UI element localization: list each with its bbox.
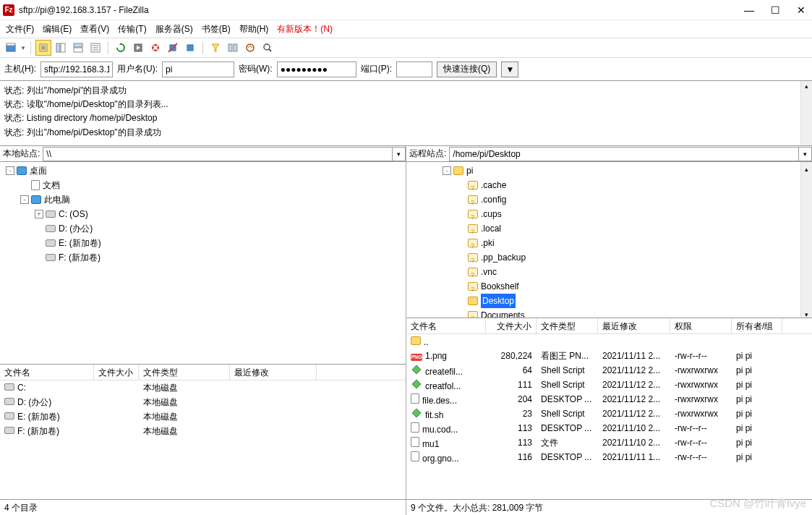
col-perm[interactable]: 权限 [670, 318, 732, 333]
col-own[interactable]: 所有者/组 [732, 318, 782, 333]
tree-item[interactable]: Bookshelf [406, 279, 812, 294]
quickconnect-dropdown[interactable]: ▼ [501, 61, 518, 77]
list-item[interactable]: .. [406, 334, 812, 349]
toggle-local-tree-button[interactable] [53, 40, 69, 56]
dropdown-icon[interactable]: ▼ [20, 45, 26, 51]
close-button[interactable]: ✕ [796, 5, 806, 15]
tree-item[interactable]: Desktop [406, 294, 812, 308]
list-item[interactable]: F: (新加卷)本地磁盘 [0, 424, 406, 438]
col-name[interactable]: 文件名 [406, 318, 486, 333]
tree-item[interactable]: -桌面 [0, 163, 406, 178]
tree-label: C: (OS) [59, 207, 88, 221]
menu-transfer[interactable]: 传输(T) [118, 23, 146, 35]
reconnect-button[interactable] [182, 40, 198, 56]
tree-item[interactable]: .cups [406, 207, 812, 221]
list-item[interactable]: D: (办公)本地磁盘 [0, 395, 406, 409]
col-size[interactable]: 文件大小 [486, 318, 537, 333]
tree-label: E: (新加卷) [59, 236, 101, 250]
list-item[interactable]: creatfol...111Shell Script2021/11/12 2..… [406, 378, 812, 392]
local-file-list[interactable]: C:本地磁盘D: (办公)本地磁盘E: (新加卷)本地磁盘F: (新加卷)本地磁… [0, 380, 406, 499]
pass-input[interactable] [277, 61, 356, 77]
titlebar: Fz sftp://pi@192.168.3.157 - FileZilla —… [0, 0, 812, 20]
maximize-button[interactable]: ☐ [770, 5, 780, 15]
toggle-log-button[interactable] [35, 40, 51, 56]
remote-path-input[interactable] [449, 147, 799, 161]
menu-view[interactable]: 查看(V) [80, 23, 109, 35]
menu-help[interactable]: 帮助(H) [239, 23, 269, 35]
list-item[interactable]: PNG1.png280,224看图王 PN...2021/11/11 2...-… [406, 349, 812, 363]
menu-bookmarks[interactable]: 书签(B) [202, 23, 231, 35]
tree-item[interactable]: .local [406, 221, 812, 236]
remote-file-list[interactable]: ..PNG1.png280,224看图王 PN...2021/11/11 2..… [406, 334, 812, 499]
tree-item[interactable]: D: (办公) [0, 221, 406, 236]
menu-file[interactable]: 文件(F) [6, 23, 34, 35]
menu-edit[interactable]: 编辑(E) [43, 23, 72, 35]
window-title: sftp://pi@192.168.3.157 - FileZilla [19, 5, 744, 15]
col-name[interactable]: 文件名 [0, 365, 94, 380]
expand-toggle[interactable]: - [6, 166, 14, 175]
list-item[interactable]: C:本地磁盘 [0, 380, 406, 395]
col-date[interactable]: 最近修改 [598, 318, 670, 333]
expand-toggle[interactable]: - [20, 195, 29, 204]
file-icon [31, 180, 40, 190]
tree-item[interactable]: -pi [406, 163, 812, 178]
disconnect-button[interactable] [165, 40, 181, 56]
tree-item[interactable]: .pki [406, 236, 812, 250]
tree-item[interactable]: Documents [406, 308, 812, 318]
folder-unknown-icon [468, 282, 478, 291]
menu-server[interactable]: 服务器(S) [155, 23, 193, 35]
remote-tree[interactable]: ▴▾ -pi.cache.config.cups.local.pki.pp_ba… [406, 162, 812, 318]
local-path-dropdown[interactable]: ▾ [393, 147, 406, 161]
sync-browse-button[interactable] [242, 40, 258, 56]
local-path-input[interactable] [43, 147, 393, 161]
list-item[interactable]: createfil...64Shell Script2021/11/12 2..… [406, 363, 812, 378]
list-item[interactable]: mu.cod...113DESKTOP ...2021/11/10 2...-r… [406, 421, 812, 435]
filter-button[interactable] [208, 40, 223, 56]
cancel-button[interactable] [148, 40, 163, 56]
tree-item[interactable]: 文档 [0, 178, 406, 192]
tree-item[interactable]: F: (新加卷) [0, 250, 406, 265]
tree-item[interactable]: .cache [406, 178, 812, 192]
expand-toggle[interactable]: - [443, 166, 451, 175]
tree-item[interactable]: .config [406, 192, 812, 207]
scroll-down-icon[interactable]: ▾ [801, 307, 812, 318]
col-size[interactable]: 文件大小 [94, 365, 139, 380]
tree-item[interactable]: .pp_backup [406, 250, 812, 265]
compare-button[interactable] [225, 40, 241, 56]
site-manager-button[interactable] [3, 40, 19, 56]
quickconnect-button[interactable]: 快速连接(Q) [437, 61, 497, 77]
local-list-header: 文件名 文件大小 文件类型 最近修改 [0, 365, 406, 380]
scroll-up-icon[interactable]: ▴ [801, 162, 812, 172]
tree-item[interactable]: .vnc [406, 265, 812, 279]
col-type[interactable]: 文件类型 [139, 365, 230, 380]
toggle-queue-button[interactable] [87, 40, 103, 56]
folder-icon [468, 297, 478, 305]
tree-item[interactable]: -此电脑 [0, 192, 406, 207]
list-item[interactable]: mu1113文件2021/11/10 2...-rw-r--r--pi pi [406, 435, 812, 450]
col-type[interactable]: 文件类型 [537, 318, 598, 333]
host-input[interactable] [40, 61, 113, 77]
local-tree[interactable]: -桌面文档-此电脑+C: (OS)D: (办公)E: (新加卷)F: (新加卷) [0, 162, 406, 365]
svg-rect-21 [228, 44, 232, 51]
scroll-up-icon[interactable]: ▴ [801, 81, 812, 91]
tree-item[interactable]: +C: (OS) [0, 207, 406, 221]
tree-item[interactable]: E: (新加卷) [0, 236, 406, 250]
port-input[interactable] [396, 61, 432, 77]
refresh-button[interactable] [113, 40, 129, 56]
list-item[interactable]: file.des...204DESKTOP ...2021/11/12 2...… [406, 392, 812, 407]
expand-toggle[interactable]: + [35, 210, 43, 218]
col-date[interactable]: 最近修改 [230, 365, 317, 380]
folder-unknown-icon [468, 210, 478, 218]
list-item[interactable]: E: (新加卷)本地磁盘 [0, 409, 406, 424]
menu-newversion[interactable]: 有新版本！(N) [277, 23, 333, 35]
toggle-remote-tree-button[interactable] [70, 40, 86, 56]
list-item[interactable]: org.gno...116DESKTOP ...2021/11/11 1...-… [406, 450, 812, 464]
remote-path-dropdown[interactable]: ▾ [799, 147, 812, 161]
process-queue-button[interactable] [130, 40, 146, 56]
user-input[interactable] [162, 61, 234, 77]
list-item[interactable]: fit.sh23Shell Script2021/11/12 2...-rwxr… [406, 407, 812, 421]
local-site-label: 本地站点: [0, 148, 43, 160]
search-button[interactable] [260, 40, 275, 56]
minimize-button[interactable]: — [744, 5, 754, 15]
quickconnect-bar: 主机(H): 用户名(U): 密码(W): 端口(P): 快速连接(Q) ▼ [0, 58, 812, 81]
